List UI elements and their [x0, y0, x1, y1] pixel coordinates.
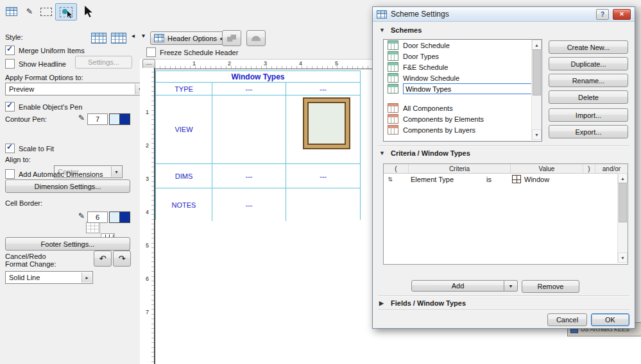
palette-tool-button[interactable]: [3, 3, 21, 20]
horizontal-ruler[interactable]: 1 2 3 4 5: [155, 59, 372, 69]
duplicate-button[interactable]: Duplicate...: [549, 57, 628, 70]
rename-label: Rename...: [572, 77, 605, 85]
close-button[interactable]: ✕: [613, 9, 631, 20]
criteria-section-header[interactable]: ▼ Criteria / Window Types: [379, 149, 470, 157]
row-label: NOTES: [156, 188, 212, 221]
scheme-list-scrollbar[interactable]: ▲ ▼: [531, 40, 542, 140]
line-type-dropdown[interactable]: Solid Line ▸: [5, 271, 93, 284]
panel-collapse-arrow[interactable]: ◂: [132, 32, 135, 39]
apply-format-dropdown[interactable]: Preview ▾: [5, 83, 146, 95]
footer-settings-button[interactable]: Footer Settings...: [5, 237, 130, 251]
freeze-schedule-header-checkbox[interactable]: Freeze Schedule Header: [146, 47, 238, 57]
remove-button[interactable]: Remove: [522, 280, 579, 293]
scheme-list-item[interactable]: Components by Layers: [384, 124, 542, 135]
show-headline-checkbox[interactable]: Show Headline: [5, 59, 66, 69]
dimension-settings-button[interactable]: Dimension Settings...: [5, 179, 130, 193]
header-options-button[interactable]: Header Options ▸: [150, 31, 227, 45]
scheme-list-item[interactable]: Door Schedule: [384, 40, 542, 51]
import-button[interactable]: Import...: [549, 108, 628, 122]
checkbox-icon: [5, 59, 15, 69]
scale-to-fit-label: Scale to Fit: [19, 145, 54, 153]
schedule-toolbar-button-2[interactable]: [246, 30, 266, 46]
fields-section-header[interactable]: ▶ Fields / Window Types: [379, 299, 466, 307]
remove-label: Remove: [538, 283, 564, 290]
palette-icon: [6, 7, 17, 16]
ruler-number: 1: [146, 109, 149, 115]
scroll-down-icon[interactable]: ▼: [620, 256, 625, 260]
schedule-icon: [388, 62, 398, 72]
scheme-list-item[interactable]: Components by Elements: [384, 113, 542, 124]
merge-uniform-items-checkbox[interactable]: ✓ Merge Uniform Items: [5, 46, 85, 55]
scheme-item-label: F&E Schedule: [403, 63, 448, 71]
style-grid-button-1[interactable]: [89, 30, 108, 46]
add-split-button[interactable]: Add ▾: [411, 280, 518, 292]
cancel-button[interactable]: Cancel: [547, 313, 587, 326]
table-row[interactable]: TYPE --- ---: [156, 83, 360, 95]
delete-label: Delete: [578, 94, 599, 101]
panel-splitter-arrow[interactable]: ▾: [142, 32, 145, 39]
border-pen-color-swatch[interactable]: [109, 211, 130, 223]
table-title: Window Types: [231, 72, 284, 81]
scheme-list-item[interactable]: All Components: [384, 103, 542, 113]
scale-to-fit-checkbox[interactable]: ✓ Scale to Fit: [5, 144, 54, 153]
scheme-list-item[interactable]: Door Types: [384, 51, 542, 62]
arrow-tool-button[interactable]: [80, 3, 99, 21]
scroll-up-icon[interactable]: ▲: [620, 176, 625, 181]
schedule-toolbar-button-1[interactable]: [222, 30, 241, 46]
scheme-settings-dialog: Scheme Settings ? ✕ ▼ Schemes Door Sched…: [372, 6, 635, 329]
ruler-number: 5: [146, 242, 149, 249]
scheme-list[interactable]: Door Schedule Door Types F&E Schedule Wi…: [383, 39, 542, 142]
section-divider: [378, 295, 629, 297]
criteria-value-cell[interactable]: Window: [512, 175, 584, 183]
criteria-operator-cell[interactable]: is: [486, 176, 512, 183]
area-select-tool-button[interactable]: [55, 3, 77, 21]
chevron-down-icon: ▾: [111, 167, 121, 177]
ruler-number: 4: [146, 209, 149, 215]
cell-border-label: Cell Border:: [5, 199, 42, 207]
scheme-list-item[interactable]: F&E Schedule: [384, 62, 542, 72]
dialog-titlebar[interactable]: Scheme Settings ? ✕: [373, 7, 635, 22]
contour-pen-number[interactable]: 7: [87, 113, 108, 125]
style-grid-button-2[interactable]: [109, 30, 128, 46]
table-row[interactable]: NOTES ---: [156, 188, 360, 221]
add-button[interactable]: Add: [411, 280, 504, 292]
drag-handle-icon[interactable]: ⇅: [384, 176, 397, 183]
check-icon: ✓: [6, 101, 13, 110]
help-button[interactable]: ?: [596, 9, 609, 20]
redo-format-button[interactable]: ↷: [113, 251, 131, 267]
scheme-list-item-selected[interactable]: [384, 83, 542, 94]
border-pen-number[interactable]: 6: [87, 211, 108, 223]
cell-border-none-button[interactable]: [86, 222, 100, 233]
col-criteria: Criteria: [409, 164, 511, 173]
scroll-down-icon[interactable]: ▼: [534, 133, 539, 137]
criteria-scrollbar[interactable]: ▲ ▼: [617, 173, 628, 263]
undo-format-button[interactable]: ↶: [94, 251, 112, 267]
scheme-rename-input[interactable]: [403, 83, 540, 94]
scheme-item-label: Components by Layers: [403, 126, 475, 134]
col-close-paren: ): [583, 164, 595, 173]
create-new-button[interactable]: Create New...: [549, 40, 628, 54]
criteria-name-cell[interactable]: Element Type: [408, 176, 486, 183]
enable-objects-pen-checkbox[interactable]: ✓ Enable Object's Pen: [5, 102, 82, 112]
add-dropdown-arrow[interactable]: ▾: [504, 280, 518, 292]
scheme-list-item[interactable]: Window Schedule: [384, 72, 542, 83]
criteria-row[interactable]: ⇅ Element Type is Window: [384, 174, 628, 185]
export-button[interactable]: Export...: [549, 125, 628, 138]
col-andor: and/or: [595, 164, 628, 173]
add-automatic-dimensions-checkbox[interactable]: Add Automatic Dimensions: [5, 169, 103, 179]
rename-button[interactable]: Rename...: [549, 74, 628, 87]
schedule-icon: [388, 73, 398, 83]
contour-pen-color-swatch[interactable]: [109, 113, 130, 125]
headline-settings-button[interactable]: Settings...: [75, 56, 132, 69]
delete-button[interactable]: Delete: [549, 90, 628, 104]
ok-button[interactable]: OK: [591, 313, 629, 326]
table-row[interactable]: DIMS --- ---: [156, 164, 360, 188]
scroll-up-icon[interactable]: ▲: [534, 43, 539, 47]
vertical-ruler[interactable]: 1 2 3 4 5 6 7 8: [142, 68, 155, 364]
pen-tool-button[interactable]: ✎: [21, 3, 38, 20]
marquee-tool-button[interactable]: [37, 3, 55, 20]
header-grid-icon: [154, 34, 164, 42]
schemes-section-header[interactable]: ▼ Schemes: [379, 26, 422, 34]
pen-nib-icon: ✎: [78, 114, 85, 122]
help-icon: ?: [601, 11, 604, 18]
